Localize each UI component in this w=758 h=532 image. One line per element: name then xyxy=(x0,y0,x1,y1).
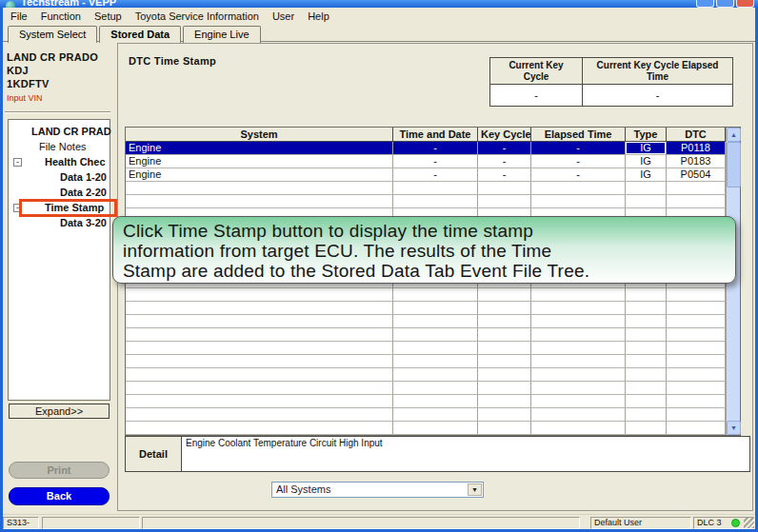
cell-empty xyxy=(126,302,393,315)
dtc-empty-row xyxy=(126,355,740,368)
menu-item-toyota-service-information[interactable]: Toyota Service Information xyxy=(135,10,259,22)
cell-empty xyxy=(393,395,478,408)
scroll-thumb[interactable] xyxy=(727,142,741,187)
dtc-empty-row xyxy=(126,408,740,422)
column-header-system[interactable]: System xyxy=(126,128,393,142)
tab-engine-live[interactable]: Engine Live xyxy=(183,26,261,43)
cell-empty xyxy=(626,182,667,195)
vehicle-line-1: LAND CR PRADO xyxy=(7,50,98,64)
tab-system-select[interactable]: System Select xyxy=(8,26,97,43)
cell-empty xyxy=(393,302,478,315)
dtc-empty-row xyxy=(126,195,740,208)
dtc-empty-row xyxy=(126,182,740,195)
tree-item-label: Data 2-20 xyxy=(60,186,107,200)
tooltip-line: Click Time Stamp button to display the t… xyxy=(123,221,726,241)
cell-empty xyxy=(667,422,726,435)
close-button[interactable] xyxy=(736,0,754,8)
tree-item-time-stamp[interactable]: -Time Stamp xyxy=(9,201,110,216)
column-header-elapsed_time[interactable]: Elapsed Time xyxy=(531,128,626,142)
cell-key_cycle: - xyxy=(478,155,531,168)
dtc-row-p0183[interactable]: Engine---IGP0183 xyxy=(126,155,740,168)
cell-empty xyxy=(626,195,667,208)
cell-empty xyxy=(478,355,531,368)
dtc-row-p0504[interactable]: Engine---IGP0504 xyxy=(126,168,740,182)
tree-item-label: File Notes xyxy=(39,140,87,154)
tree-item-data-1-20[interactable]: Data 1-20 xyxy=(9,170,110,186)
cell-empty xyxy=(626,315,667,328)
status-segment xyxy=(42,517,140,529)
cell-empty xyxy=(667,328,726,342)
tab-stored-data[interactable]: Stored Data xyxy=(99,26,181,43)
cell-empty xyxy=(626,355,667,368)
print-button[interactable]: Print xyxy=(9,462,110,479)
status-connection-label: DLC 3 xyxy=(697,518,722,527)
cell-empty xyxy=(478,288,531,302)
cell-dtc: P0504 xyxy=(667,168,726,182)
cell-system: Engine xyxy=(126,168,393,182)
minimize-button[interactable] xyxy=(696,0,714,8)
key-cycle-value: - xyxy=(490,85,583,106)
menu-item-setup[interactable]: Setup xyxy=(94,10,122,22)
menu-bar: FileFunctionSetupToyota Service Informat… xyxy=(3,9,755,24)
cell-empty xyxy=(667,315,726,328)
column-header-type[interactable]: Type xyxy=(626,128,667,142)
menu-item-function[interactable]: Function xyxy=(41,10,81,22)
scroll-down-icon[interactable]: ▼ xyxy=(727,421,741,435)
scroll-up-icon[interactable]: ▲ xyxy=(727,128,741,142)
expand-button[interactable]: Expand>> xyxy=(9,404,110,419)
back-button[interactable]: Back xyxy=(9,487,110,505)
cell-empty xyxy=(126,368,393,382)
status-code: S313-04 xyxy=(3,517,39,529)
menu-item-user[interactable]: User xyxy=(272,10,294,22)
dtc-empty-row xyxy=(126,395,740,408)
detail-label: Detail xyxy=(125,436,182,472)
cell-empty xyxy=(667,395,726,408)
cell-system: Engine xyxy=(126,155,393,168)
dtc-empty-row xyxy=(126,382,740,395)
cell-empty xyxy=(531,395,626,408)
cell-empty xyxy=(626,422,667,435)
cell-empty xyxy=(393,382,478,395)
cell-empty xyxy=(626,395,667,408)
cell-empty xyxy=(126,395,393,408)
file-tree: LAND CR PRADFile Notes-Health ChecData 1… xyxy=(8,119,110,401)
dtc-table-header-row: SystemTime and DateKey CycleElapsed Time… xyxy=(126,128,740,142)
system-filter-dropdown[interactable]: All Systems ▼ xyxy=(271,482,484,498)
cell-empty xyxy=(531,302,626,315)
cell-empty xyxy=(393,422,478,435)
cell-empty xyxy=(478,315,531,328)
cell-empty xyxy=(393,315,478,328)
tooltip: Click Time Stamp button to display the t… xyxy=(112,216,736,284)
tree-item-health-chec[interactable]: -Health Chec xyxy=(9,155,110,170)
cell-empty xyxy=(667,195,726,208)
tree-item-data-3-20[interactable]: Data 3-20 xyxy=(9,216,110,231)
status-user: Default User xyxy=(590,517,691,529)
tree-item-label: Data 3-20 xyxy=(60,216,107,230)
cell-empty xyxy=(531,422,626,435)
tree-item-label: Data 1-20 xyxy=(60,170,107,185)
tree-item-land-cr-prad[interactable]: LAND CR PRAD xyxy=(9,125,110,140)
column-header-key_cycle[interactable]: Key Cycle xyxy=(478,128,531,142)
cell-empty xyxy=(667,382,726,395)
cell-empty xyxy=(531,195,626,208)
tree-item-file-notes[interactable]: File Notes xyxy=(9,140,110,155)
resize-grip[interactable] xyxy=(744,518,754,528)
cell-empty xyxy=(478,408,531,422)
tab-bar: System SelectStored DataEngine Live xyxy=(3,25,755,42)
column-header-dtc[interactable]: DTC xyxy=(667,128,726,142)
window-title: Techstream - VEPP xyxy=(21,0,116,8)
dtc-row-p0118[interactable]: Engine---IGP0118 xyxy=(126,142,740,155)
cell-empty xyxy=(667,302,726,315)
collapse-icon[interactable]: - xyxy=(13,158,22,167)
menu-item-help[interactable]: Help xyxy=(308,10,329,22)
cell-type: IG xyxy=(626,142,667,155)
dtc-empty-row xyxy=(126,315,740,328)
cell-empty xyxy=(393,355,478,368)
column-header-time_and_date[interactable]: Time and Date xyxy=(393,128,478,142)
cell-empty xyxy=(393,342,478,355)
cell-empty xyxy=(531,182,626,195)
menu-item-file[interactable]: File xyxy=(10,10,28,22)
dropdown-arrow-icon[interactable]: ▼ xyxy=(468,483,482,496)
window-border-left xyxy=(0,8,3,532)
maximize-button[interactable] xyxy=(716,0,734,8)
